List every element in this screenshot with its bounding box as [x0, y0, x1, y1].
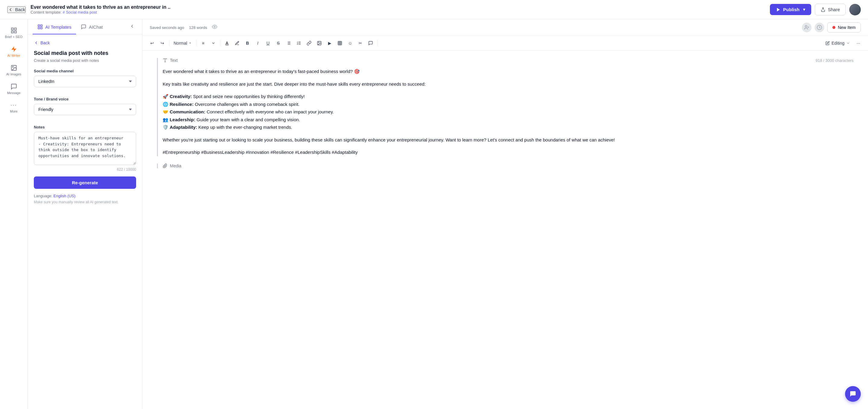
chat-bubble-icon [849, 390, 857, 398]
sidebar: Brief + SEO AI Writer AI Images Message … [0, 19, 28, 409]
channel-label: Social media channel [34, 69, 136, 73]
word-count: 128 words [189, 25, 207, 30]
toolbar-divider-2 [196, 40, 196, 46]
svg-point-26 [318, 42, 319, 43]
back-button[interactable]: Back [7, 6, 26, 13]
disclaimer: Make sure you manually review all AI gen… [34, 200, 136, 204]
chat-icon [81, 24, 86, 30]
paragraph-5: #Entrepreneurship #BusinessLeadership #I… [163, 148, 854, 156]
more-options-button[interactable]: ··· [854, 38, 863, 48]
bullet-list-button[interactable] [284, 38, 293, 48]
tone-label: Tone / Brand voice [34, 97, 136, 101]
editor-text-content[interactable]: Ever wondered what it takes to thrive as… [163, 68, 854, 156]
play-button[interactable]: ▶ [325, 38, 334, 48]
bold-button[interactable]: B [243, 38, 252, 48]
image-button[interactable] [314, 38, 324, 48]
text-block: Text 918 / 3000 characters Ever wondered… [157, 58, 854, 156]
strikethrough-button[interactable]: S [273, 38, 283, 48]
undo-button[interactable]: ↩ [147, 38, 157, 48]
language-link[interactable]: English (US) [54, 194, 75, 198]
top-bar-left: Back Ever wondered what it takes to thri… [7, 4, 170, 14]
highlighter-icon [235, 41, 240, 45]
user-add-icon[interactable] [802, 23, 812, 32]
panel-back-link[interactable]: Back [34, 40, 136, 45]
paragraph-3: 🚀 Creativity: Spot and seize new opportu… [163, 93, 854, 131]
svg-rect-10 [41, 28, 42, 29]
template-link[interactable]: # Social media post [63, 10, 97, 14]
format-toolbar: ↩ ↪ Normal ≡ A B I U S [143, 36, 868, 51]
dots-icon: ··· [10, 102, 17, 108]
pencil-icon [826, 41, 830, 45]
underline-button[interactable]: U [263, 38, 273, 48]
align-dropdown-button[interactable] [209, 38, 218, 48]
italic-button[interactable]: I [253, 38, 262, 48]
table-icon [337, 41, 342, 45]
bullet-list-icon [286, 41, 291, 45]
emoji-button[interactable]: ☺ [345, 38, 355, 48]
content-template-label: Content template: # Social media post [30, 10, 170, 14]
sidebar-item-ai-writer[interactable]: AI Writer [2, 43, 26, 60]
font-color-button[interactable]: A [222, 38, 232, 48]
tab-aichat[interactable]: AIChat [76, 19, 107, 34]
page-title: Ever wondered what it takes to thrive as… [30, 4, 170, 10]
cut-button[interactable]: ✂ [355, 38, 365, 48]
text-style-dropdown[interactable]: Normal [171, 39, 194, 47]
message-icon [10, 83, 17, 90]
redo-button[interactable]: ↪ [158, 38, 167, 48]
chat-bubble-button[interactable] [845, 386, 861, 402]
svg-rect-7 [38, 25, 39, 26]
highlight-button[interactable] [232, 38, 242, 48]
comment-icon [368, 41, 373, 45]
link-button[interactable] [304, 38, 314, 48]
sidebar-item-message[interactable]: Message [2, 80, 26, 98]
ordered-list-icon [297, 41, 301, 45]
image-icon [10, 65, 17, 71]
sidebar-item-brief-seo[interactable]: Brief + SEO [2, 24, 26, 42]
main-layout: Brief + SEO AI Writer AI Images Message … [0, 19, 868, 409]
chevron-down-icon [188, 41, 192, 45]
tab-ai-templates[interactable]: AI Templates [33, 19, 76, 34]
tone-field-group: Tone / Brand voice Friendly Professional… [34, 97, 136, 120]
notes-label: Notes [34, 125, 136, 129]
panel-form-subtitle: Create a social media post with notes [34, 58, 136, 63]
visibility-icon[interactable] [212, 24, 217, 31]
chevron-left-icon [129, 24, 135, 29]
new-item-button[interactable]: New Item [827, 22, 861, 33]
svg-rect-9 [38, 28, 39, 29]
sidebar-item-ai-images[interactable]: AI Images [2, 62, 26, 79]
share-button[interactable]: Share [815, 4, 846, 15]
tone-select[interactable]: Friendly Professional Casual Formal [34, 104, 136, 115]
editor-content: Text 918 / 3000 characters Ever wondered… [143, 51, 868, 409]
templates-icon [37, 24, 43, 30]
regenerate-button[interactable]: Re-generate [34, 176, 136, 189]
svg-rect-8 [41, 25, 42, 26]
char-count: 918 / 3000 characters [815, 58, 854, 63]
paragraph-2: Key traits like creativity and resilienc… [163, 80, 854, 88]
svg-rect-3 [11, 31, 13, 33]
svg-rect-4 [14, 31, 16, 33]
panel-collapse-button[interactable] [127, 21, 137, 33]
svg-point-6 [12, 66, 13, 67]
ordered-list-button[interactable] [294, 38, 304, 48]
history-icon[interactable] [814, 23, 824, 32]
avatar[interactable] [849, 4, 861, 15]
editing-dropdown[interactable]: Editing [823, 39, 853, 47]
panel-tabs: AI Templates AIChat [28, 19, 142, 34]
grid-icon [10, 27, 17, 34]
saved-text: Saved seconds ago [150, 25, 184, 30]
notes-textarea[interactable]: Must-have skills for an entrepreneur - C… [34, 132, 136, 165]
channel-select[interactable]: LinkedIn Twitter Facebook Instagram [34, 76, 136, 87]
align-left-button[interactable]: ≡ [198, 38, 208, 48]
editor-toolbar-top: Saved seconds ago 128 words New Item [143, 19, 868, 36]
top-bar: Back Ever wondered what it takes to thri… [0, 0, 868, 19]
notes-field-group: Notes Must-have skills for an entreprene… [34, 125, 136, 172]
toolbar-divider-4 [377, 40, 378, 46]
svg-point-11 [214, 26, 216, 28]
svg-rect-27 [338, 41, 342, 45]
comment-button[interactable] [366, 38, 375, 48]
new-item-dot [832, 26, 835, 29]
publish-button[interactable]: Publish ▾ [770, 4, 811, 15]
panel-body: Back Social media post with notes Create… [28, 34, 142, 210]
sidebar-item-more[interactable]: ··· More [2, 99, 26, 116]
table-button[interactable] [335, 38, 345, 48]
